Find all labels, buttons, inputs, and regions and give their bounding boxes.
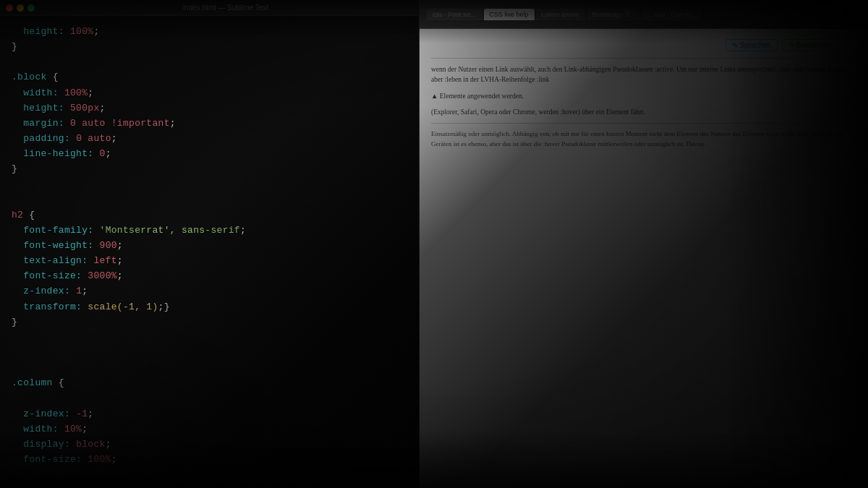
wiki-toolbar: ✎ Sprachen ✎ Bearbeiten ⚙ [431,38,856,52]
code-line: font-size: 3000%; [12,269,407,283]
browser-tab-2[interactable]: CSS live help [484,9,535,20]
code-line: height: 500px; [12,101,407,116]
code-line: .block { [12,70,407,85]
code-line [12,391,407,406]
code-line: } [12,40,407,54]
code-content: height: 100%; } .block { width: 100%; he… [0,16,419,488]
code-line: font-weight: 900; [12,239,407,253]
maximize-button[interactable] [27,4,35,12]
code-line: font-size: 100%; [12,453,407,467]
wiki-paragraph-4: Einsatzmäßig oder unmöglich. Abhängig vo… [431,129,856,149]
wiki-divider [431,58,856,59]
browser-toolbar: css - Font siz... CSS live help Lorem ip… [420,0,868,29]
code-line [12,177,407,192]
code-line: h2 { [12,208,407,223]
browser-controls: ‹ › [835,9,861,20]
code-editor-panel: index.html — Sublime Text height: 100%; … [0,0,420,488]
code-line: } [12,162,407,176]
code-line: z-index: 1; [12,284,407,299]
code-line: width: 10%; [12,422,407,437]
code-line: height: 100%; [12,25,407,39]
browser-tab-3[interactable]: Lorem ipsum [536,9,585,20]
code-line: line-height: 0; [12,147,407,161]
code-line: .column { [12,376,407,390]
window-title: index.html — Sublime Text [38,4,413,12]
code-line [12,346,407,360]
code-line [12,361,407,375]
code-line: margin: 0 auto !important; [12,116,407,131]
code-line: text-align: left; [12,254,407,268]
wiki-divider-2 [431,123,856,124]
code-line: } [12,315,407,330]
browser-tab-5[interactable]: ... nav - Can in... [642,9,701,20]
browser-tab-4[interactable]: Bootstrap - T... [587,9,640,20]
screen-container: index.html — Sublime Text height: 100%; … [0,0,868,488]
wiki-warning: ▲ Elemente angewendet werden. [431,91,856,101]
window-chrome: index.html — Sublime Text [0,0,419,16]
code-line [12,55,407,69]
wiki-paragraph-1: wenn der Nutzer einen Link auswählt, auc… [431,64,856,85]
code-line: font-family: 'Montserrat', sans-serif; [12,223,407,238]
close-button[interactable] [6,4,13,12]
code-line: transform: scale(-1, 1);} [12,300,407,314]
code-line: padding: 0 auto; [12,132,407,146]
code-line [12,193,407,207]
bearbeiten-button[interactable]: ✎ Bearbeiten [782,39,838,51]
code-line [12,483,407,488]
code-line: z-index: -1; [12,407,407,421]
sprachen-button[interactable]: ✎ Sprachen [726,39,778,51]
settings-icon[interactable]: ⚙ [842,38,856,52]
browser-content: ✎ Sprachen ✎ Bearbeiten ⚙ wenn der Nutze… [420,29,868,488]
minimize-button[interactable] [17,4,24,12]
browser-tab-1[interactable]: css - Font siz... [427,9,482,20]
code-line [12,330,407,345]
browser-back-icon[interactable]: ‹ [835,9,846,20]
code-line [12,468,407,482]
code-line: width: 100%; [12,86,407,100]
browser-forward-icon[interactable]: › [849,9,861,20]
wiki-paragraph-3: (Explorer, Safari, Opera oder Chrome, we… [431,107,856,117]
browser-panel: css - Font siz... CSS live help Lorem ip… [420,0,868,488]
code-line: display: block; [12,437,407,452]
browser-tabs: css - Font siz... CSS live help Lorem ip… [427,9,830,20]
